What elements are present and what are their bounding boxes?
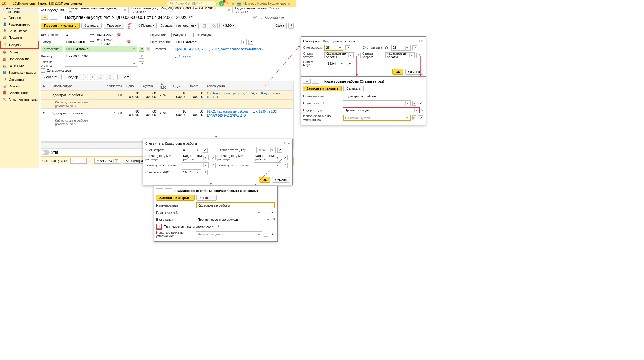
clear-button[interactable]: × — [412, 115, 416, 120]
statyi2-input[interactable]: Кадастровые работы▾ — [385, 52, 415, 58]
rashozhdeniya-checkbox[interactable] — [41, 68, 45, 73]
user-name[interactable]: Иванова Ирина Владимировна — [243, 2, 290, 5]
sidebar-item-refs[interactable]: 📕Справочники — [0, 89, 39, 96]
sf-date-input[interactable]: 04.04.2023📅 — [94, 158, 121, 164]
create-based-button[interactable]: Создать на основании ▾ — [159, 23, 199, 29]
schet-zatrat-input[interactable]: 91.02▾ — [182, 147, 201, 153]
open-button[interactable]: ↗ — [270, 210, 275, 215]
open-button[interactable]: ↗ — [418, 115, 423, 120]
open-button[interactable]: ↗ — [356, 53, 361, 58]
kontragent-open-button[interactable]: ↗ — [139, 47, 144, 52]
close-icon[interactable]: × — [228, 8, 230, 12]
open-button[interactable]: ↗ — [418, 101, 423, 106]
nomer-input[interactable] — [65, 39, 88, 45]
paste-button[interactable]: 📋 — [106, 74, 114, 80]
sidebar-item-manager[interactable]: 👤Руководителю — [0, 21, 39, 28]
sidebar-item-reports[interactable]: 📊Отчеты — [0, 83, 39, 89]
close-icon[interactable]: × — [124, 8, 126, 12]
real-input[interactable]: ▾ — [182, 162, 209, 168]
cancel-button[interactable]: Отмена — [405, 69, 423, 75]
open-button[interactable]: ↗ — [211, 163, 216, 168]
open-button[interactable]: ↗ — [283, 163, 288, 168]
nds-input[interactable]: 19.04▾ — [326, 61, 345, 66]
attach-button[interactable]: 📎 — [210, 23, 218, 29]
chat-icon[interactable]: 🗨 — [259, 16, 263, 19]
open-button[interactable]: ↗ — [277, 148, 282, 153]
copy-button[interactable]: 📄 — [97, 74, 104, 80]
bell-icon[interactable]: ☺ — [219, 1, 224, 6]
tab-discussions[interactable]: 🗨Обсуждения — [38, 7, 66, 13]
close-icon[interactable]: × — [288, 141, 290, 145]
sidebar-item-admin[interactable]: 🔧Администрирование — [0, 96, 39, 103]
edo-button[interactable]: ⇄ ЭДО ▾ — [219, 23, 237, 29]
sidebar-item-warehouse[interactable]: 📦Склад — [0, 49, 39, 56]
post-close-button[interactable]: Провести и закрыть — [41, 23, 80, 29]
akt-date-input[interactable]: 04.04.2023📅 — [96, 32, 123, 38]
open-button[interactable]: ↗ — [211, 155, 216, 160]
maximize-icon[interactable]: □ — [284, 141, 286, 145]
received-checkbox[interactable] — [168, 33, 172, 37]
org-input[interactable]: ООО "Альфа"▾ — [175, 39, 247, 45]
write-button[interactable]: Записать — [81, 23, 102, 29]
maximize-icon[interactable]: □ — [418, 39, 420, 43]
upd-toggle[interactable] — [41, 150, 50, 155]
sidebar-item-hr[interactable]: 👥Зарплата и кадры — [0, 69, 39, 76]
close-icon[interactable]: × — [292, 8, 293, 12]
forward-button[interactable]: → — [312, 79, 319, 84]
dogovor-input[interactable]: 3 от 03.03.2023▾ — [65, 53, 137, 59]
sf-no-input[interactable] — [70, 158, 87, 164]
star-icon[interactable]: ☆ — [232, 2, 235, 6]
table-row[interactable]: 2 Кадастровые работы 1,000 60 000,00 60 … — [41, 109, 294, 118]
tab-home[interactable]: ⌂Начальная страница — [0, 7, 38, 13]
open-button[interactable]: ↗ — [270, 232, 275, 237]
tab-doc[interactable]: Поступление услуг: Акт, УПД 0000-000001 … — [129, 7, 233, 13]
kontragent-input[interactable]: ООО "Альтаир"▾ — [65, 46, 137, 52]
kontragent-help-button[interactable]: ? — [146, 47, 150, 51]
discuss-link[interactable]: Обсуждение — [265, 16, 284, 19]
related-button[interactable]: 📋 — [201, 23, 208, 29]
dt-kt-button[interactable]: ДтКт — [126, 21, 134, 30]
usage-input[interactable]: Не используется▾ — [343, 115, 411, 121]
menu-icon[interactable]: ≡ — [293, 2, 294, 5]
clear-button[interactable]: × — [264, 210, 268, 215]
statyi-input[interactable]: Кадастровые работы▾ — [324, 52, 354, 58]
table-more-button[interactable]: Еще ▾ — [117, 74, 131, 80]
prochie-input[interactable]: Кадастровые работы▾ — [182, 155, 209, 160]
schet-oplatu-input[interactable]: ▾ — [65, 61, 137, 67]
group-input[interactable]: ▾ — [343, 100, 411, 106]
ok-button[interactable]: ОК — [259, 177, 270, 183]
post-button[interactable]: Провести — [104, 23, 124, 29]
vid-input[interactable]: Прочие косвенные расходы▾ — [196, 217, 271, 222]
sidebar-item-main[interactable]: ≡Главное — [0, 14, 39, 21]
open-button[interactable]: ↗ — [203, 148, 208, 153]
sidebar-item-purchases[interactable]: 🛒Покупки — [0, 41, 39, 49]
star-icon[interactable]: ☆ — [173, 189, 176, 193]
group-input[interactable]: ▾ — [196, 210, 262, 215]
open-button[interactable]: ↗ — [416, 53, 421, 58]
move-up-button[interactable]: ↑ — [83, 74, 88, 80]
hamburger-icon[interactable]: ≡ — [9, 2, 10, 5]
add-button[interactable]: Добавить — [41, 74, 62, 80]
forward-button[interactable]: → — [50, 15, 57, 20]
akt-no-input[interactable] — [65, 32, 88, 38]
write-button[interactable]: Записать — [196, 195, 217, 201]
nds-input[interactable]: 19.04▾ — [182, 169, 201, 175]
close-icon[interactable]: × — [292, 16, 294, 19]
more-icon[interactable]: ⋮ — [286, 16, 290, 19]
save-close-button[interactable]: Записать и закрыть — [156, 195, 195, 201]
open-button[interactable]: ↗ — [345, 45, 350, 50]
help-icon[interactable]: ? — [421, 108, 423, 112]
calendar-icon[interactable]: 📅 — [126, 40, 132, 44]
open-button[interactable]: ↗ — [203, 170, 208, 175]
back-button[interactable]: ← — [156, 188, 163, 193]
name-input[interactable] — [343, 93, 423, 99]
clear-button[interactable]: × — [412, 101, 416, 106]
help-icon[interactable]: ? — [217, 225, 219, 228]
more-icon[interactable]: ⋮ — [279, 141, 283, 145]
more-button[interactable]: Еще ▾ — [273, 23, 286, 29]
real2-input[interactable]: ▾ — [254, 162, 281, 168]
ok-button[interactable]: ОК — [392, 69, 403, 75]
save-close-button[interactable]: Записать и закрыть — [303, 86, 342, 91]
podbor-button[interactable]: Подбор — [64, 74, 81, 80]
sf-received-checkbox[interactable] — [190, 33, 194, 37]
